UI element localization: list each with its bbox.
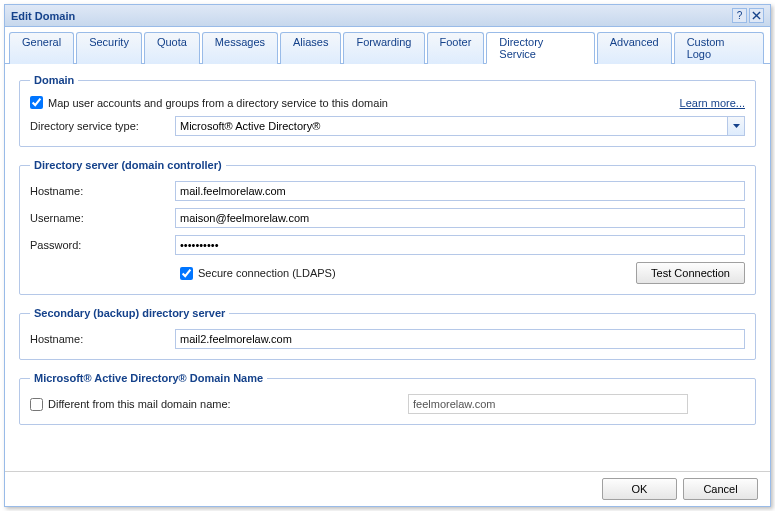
domain-fieldset: Domain Map user accounts and groups from… [19, 74, 756, 147]
diff-label: Different from this mail domain name: [48, 398, 408, 410]
adname-fieldset: Microsoft® Active Directory® Domain Name… [19, 372, 756, 425]
secondary-hostname-row: Hostname: [30, 329, 745, 349]
tab-footer[interactable]: Footer [427, 32, 485, 64]
secondary-hostname-input[interactable] [175, 329, 745, 349]
tab-content: Domain Map user accounts and groups from… [5, 64, 770, 489]
dir-type-row: Directory service type: Microsoft® Activ… [30, 116, 745, 136]
dir-type-dropdown-button[interactable] [727, 117, 744, 135]
dialog-title: Edit Domain [11, 10, 75, 22]
close-icon [752, 11, 761, 20]
title-controls: ? [732, 8, 764, 23]
svg-marker-2 [733, 124, 740, 128]
tab-general[interactable]: General [9, 32, 74, 64]
password-row: Password: [30, 235, 745, 255]
map-checkbox[interactable] [30, 96, 43, 109]
title-bar: Edit Domain ? [5, 5, 770, 27]
edit-domain-dialog: Edit Domain ? General Security Quota Mes… [4, 4, 771, 507]
test-connection-button[interactable]: Test Connection [636, 262, 745, 284]
diff-row: Different from this mail domain name: [30, 394, 745, 414]
tab-messages[interactable]: Messages [202, 32, 278, 64]
tab-custom-logo[interactable]: Custom Logo [674, 32, 764, 64]
secondary-fieldset: Secondary (backup) directory server Host… [19, 307, 756, 360]
ok-button[interactable]: OK [602, 478, 677, 500]
username-label: Username: [30, 212, 175, 224]
map-row: Map user accounts and groups from a dire… [30, 96, 745, 109]
tab-advanced[interactable]: Advanced [597, 32, 672, 64]
map-label: Map user accounts and groups from a dire… [48, 97, 388, 109]
tab-aliases[interactable]: Aliases [280, 32, 341, 64]
learn-more-link[interactable]: Learn more... [680, 97, 745, 109]
secure-row: Secure connection (LDAPS) Test Connectio… [30, 262, 745, 284]
domain-legend: Domain [30, 74, 78, 86]
secondary-legend: Secondary (backup) directory server [30, 307, 229, 319]
dir-type-select[interactable]: Microsoft® Active Directory® [175, 116, 745, 136]
diff-checkbox[interactable] [30, 398, 43, 411]
adname-input[interactable] [408, 394, 688, 414]
adname-legend: Microsoft® Active Directory® Domain Name [30, 372, 267, 384]
hostname-input[interactable] [175, 181, 745, 201]
username-input[interactable] [175, 208, 745, 228]
password-input[interactable] [175, 235, 745, 255]
dir-type-value: Microsoft® Active Directory® [176, 117, 727, 135]
username-row: Username: [30, 208, 745, 228]
password-label: Password: [30, 239, 175, 251]
tab-bar: General Security Quota Messages Aliases … [5, 27, 770, 64]
tab-directory-service[interactable]: Directory Service [486, 32, 594, 64]
tab-security[interactable]: Security [76, 32, 142, 64]
close-button[interactable] [749, 8, 764, 23]
help-button[interactable]: ? [732, 8, 747, 23]
hostname-row: Hostname: [30, 181, 745, 201]
hostname-label: Hostname: [30, 185, 175, 197]
cancel-button[interactable]: Cancel [683, 478, 758, 500]
chevron-down-icon [733, 124, 740, 128]
tab-forwarding[interactable]: Forwarding [343, 32, 424, 64]
tab-quota[interactable]: Quota [144, 32, 200, 64]
bottom-bar: OK Cancel [5, 471, 770, 506]
secure-checkbox[interactable] [180, 267, 193, 280]
dirserver-legend: Directory server (domain controller) [30, 159, 226, 171]
secondary-hostname-label: Hostname: [30, 333, 175, 345]
dir-type-label: Directory service type: [30, 120, 175, 132]
secure-label: Secure connection (LDAPS) [198, 267, 336, 279]
dirserver-fieldset: Directory server (domain controller) Hos… [19, 159, 756, 295]
